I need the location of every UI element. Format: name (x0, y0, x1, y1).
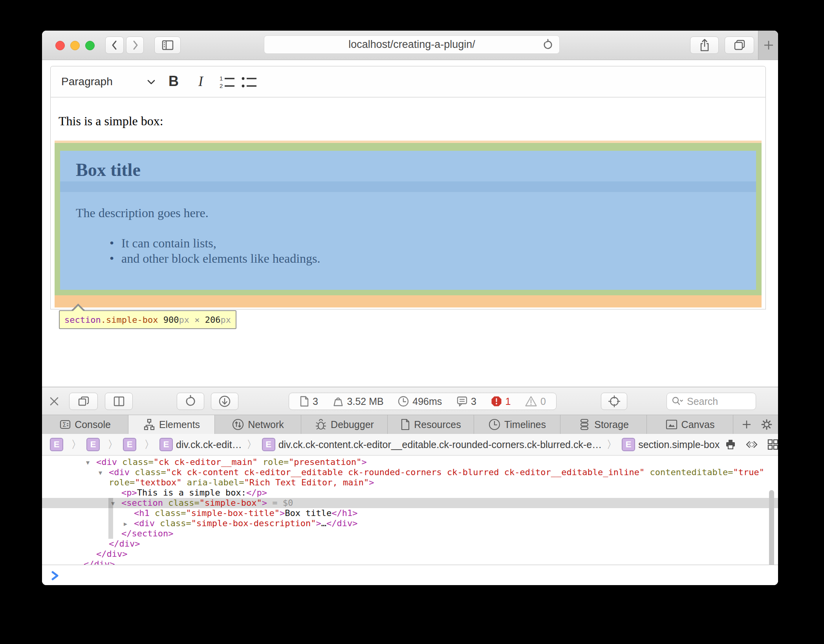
code-line[interactable]: </div> (42, 559, 778, 565)
devtools-search-field[interactable] (667, 393, 756, 410)
print-icon[interactable] (724, 438, 737, 451)
show-all-tabs-button[interactable] (725, 37, 754, 54)
inspect-tooltip: section.simple-box 900px × 206px (59, 310, 236, 329)
svg-text:2: 2 (220, 82, 223, 89)
tab-resources[interactable]: Resources (388, 415, 474, 434)
disclosure-open-icon[interactable]: ▼ (86, 457, 90, 468)
sidebar-icon (161, 39, 174, 51)
breadcrumb-item-selected[interactable]: E section.simple-box (622, 438, 720, 451)
stat-resources[interactable]: 3 (299, 395, 318, 407)
search-input[interactable] (686, 395, 747, 408)
simple-box-description: The description goes here. (76, 206, 209, 220)
element-badge: E (123, 438, 136, 451)
chevron-right-icon: 〉 (144, 437, 155, 452)
chevron-down-icon[interactable] (146, 79, 156, 86)
chevron-left-icon (109, 39, 121, 51)
storage-icon (578, 418, 591, 431)
numbered-list-icon: 1 2 (219, 75, 236, 89)
browser-titlebar: localhost/creating-a-plugin/ (42, 31, 778, 60)
numbered-list-button[interactable]: 1 2 (219, 75, 236, 89)
tab-canvas[interactable]: Canvas (647, 415, 733, 434)
code-line[interactable]: ▼<div class="ck ck-content ck-editor__ed… (42, 467, 778, 478)
rich-text-editable-area[interactable]: This is a simple box: Box title The desc… (50, 97, 766, 309)
sidebar-toggle-button[interactable] (154, 37, 181, 54)
timelines-icon (488, 418, 501, 431)
breadcrumb-item[interactable]: E (123, 438, 139, 451)
code-line[interactable]: <p>This is a simple box:</p> (42, 488, 778, 498)
stat-transfer-size[interactable]: 3.52 MB (332, 395, 384, 407)
document-icon (299, 395, 309, 407)
gear-icon[interactable] (761, 419, 773, 430)
devtools-close-button[interactable] (48, 395, 61, 407)
simple-box-list: It can contain lists, and other block el… (110, 236, 320, 266)
paragraph-dropdown[interactable]: Paragraph (61, 66, 113, 97)
devtools-download-button[interactable] (211, 393, 238, 410)
console-prompt-row[interactable] (42, 565, 778, 585)
tab-console[interactable]: Σ Console (42, 415, 128, 434)
element-badge: E (622, 438, 635, 451)
code-line[interactable]: ▼<div class="ck ck-editor__main" role="p… (42, 457, 778, 467)
disclosure-closed-icon[interactable]: ▶ (124, 519, 127, 529)
close-window-button[interactable] (55, 41, 65, 50)
weight-icon (332, 395, 344, 407)
plus-icon (763, 39, 775, 51)
stat-console-logs[interactable]: 3 (456, 395, 476, 407)
tab-elements[interactable]: Elements (128, 415, 215, 434)
canvas-icon (665, 419, 678, 430)
stat-errors[interactable]: 1 (491, 395, 511, 407)
clock-icon (397, 395, 409, 407)
code-line[interactable]: role="textbox" aria-label="Rich Text Edi… (42, 478, 778, 488)
devtools-dock-window-button[interactable] (69, 393, 98, 410)
search-icon (672, 396, 683, 406)
inspect-highlight-content (60, 151, 756, 290)
inspect-highlight-band (60, 181, 756, 192)
tab-storage[interactable]: Storage (560, 415, 647, 434)
breadcrumb-item[interactable]: E div.ck.ck-edit… (159, 438, 242, 451)
breadcrumb-item[interactable]: E (50, 438, 66, 451)
tab-timelines[interactable]: Timelines (474, 415, 560, 434)
code-line[interactable]: </div> (42, 549, 778, 559)
devtools-dock-side-button[interactable] (105, 393, 133, 410)
url-text: localhost/creating-a-plugin/ (348, 38, 475, 51)
stat-load-time[interactable]: 496ms (397, 395, 442, 407)
element-badge: E (262, 438, 275, 451)
network-icon (232, 418, 244, 431)
element-picker-button[interactable] (601, 393, 627, 410)
breadcrumb-item[interactable]: E div.ck.ck-content.ck-editor__editable.… (262, 438, 602, 451)
code-line[interactable]: ▶<div class="simple-box-description">…</… (42, 518, 778, 529)
tab-network[interactable]: Network (215, 415, 301, 434)
forward-button[interactable] (126, 37, 144, 54)
reload-icon[interactable] (542, 39, 554, 51)
dom-tree-panel: ▼<div class="ck ck-editor__main" role="p… (42, 456, 778, 565)
elements-icon (143, 418, 156, 431)
element-badge: E (86, 438, 100, 451)
breadcrumb-item[interactable]: E (86, 438, 103, 451)
speech-bubble-icon (456, 395, 468, 407)
devtools-tab-bar: Σ Console Elements Network (42, 415, 778, 434)
url-field[interactable]: localhost/creating-a-plugin/ (264, 35, 560, 54)
code-line[interactable]: </div> (42, 539, 778, 549)
code-brackets-icon[interactable] (745, 438, 758, 451)
new-tab-button[interactable] (758, 31, 778, 60)
tooltip-tag: section (64, 315, 101, 325)
stat-warnings[interactable]: 0 (525, 395, 546, 407)
code-line[interactable]: <h1 class="simple-box-title">Box title</… (42, 508, 778, 518)
bulleted-list-button[interactable] (241, 75, 258, 89)
zoom-window-button[interactable] (85, 41, 95, 50)
devtools-reload-button[interactable] (177, 393, 204, 410)
tab-debugger[interactable]: Debugger (301, 415, 388, 434)
minimize-window-button[interactable] (70, 41, 80, 50)
back-button[interactable] (105, 37, 124, 54)
chevron-right-icon: 〉 (247, 437, 257, 452)
italic-button[interactable]: I (198, 66, 203, 96)
chevron-right-icon: 〉 (606, 437, 617, 452)
share-button[interactable] (690, 37, 719, 54)
code-line[interactable]: </section> (42, 529, 778, 539)
code-line-selected[interactable]: ▼<section class="simple-box"> = $0 (42, 498, 778, 508)
disclosure-open-icon[interactable]: ▼ (99, 468, 102, 478)
bug-icon (315, 418, 327, 431)
scrollbar-thumb[interactable] (769, 490, 774, 565)
bold-button[interactable]: B (168, 66, 179, 96)
add-tab-icon[interactable] (741, 419, 752, 430)
grid-icon[interactable] (767, 438, 778, 451)
